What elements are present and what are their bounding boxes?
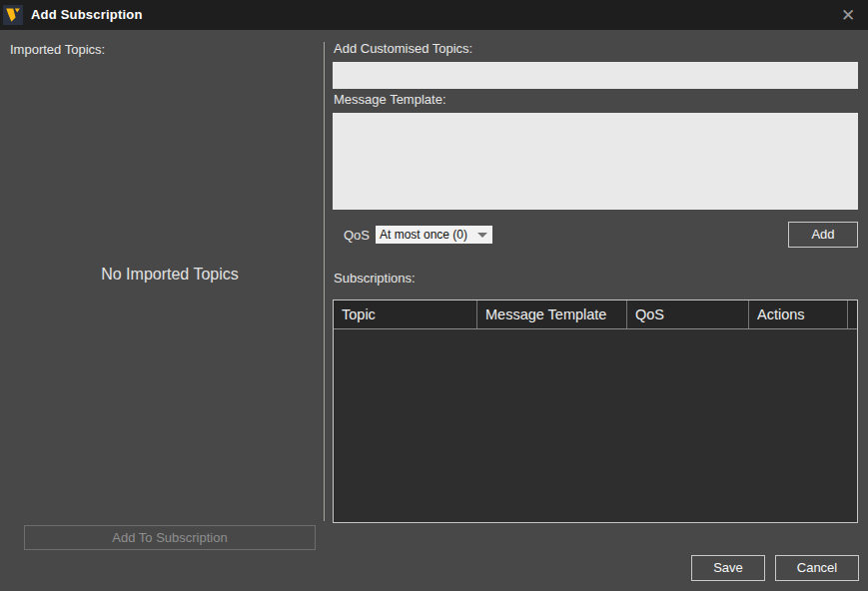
subscriptions-label: Subscriptions: xyxy=(334,271,416,286)
no-imported-topics-text: No Imported Topics xyxy=(24,266,316,284)
table-header-message-template[interactable]: Message Template xyxy=(477,300,627,328)
imported-topics-label: Imported Topics: xyxy=(10,42,105,57)
titlebar: Add Subscription ✕ xyxy=(0,0,868,30)
save-button[interactable]: Save xyxy=(691,555,765,581)
qos-dropdown[interactable]: At most once (0) xyxy=(376,226,492,244)
cancel-button[interactable]: Cancel xyxy=(775,555,859,581)
add-subscription-dialog: Add Subscription ✕ Imported Topics: No I… xyxy=(0,0,868,591)
table-header-qos[interactable]: QoS xyxy=(627,300,749,328)
add-customised-topics-label: Add Customised Topics: xyxy=(334,41,472,56)
add-to-subscription-button[interactable]: Add To Subscription xyxy=(24,525,316,550)
chevron-down-icon xyxy=(477,233,487,238)
app-logo-icon xyxy=(3,5,23,25)
close-icon[interactable]: ✕ xyxy=(836,3,860,27)
panel-divider xyxy=(324,42,325,521)
message-template-input[interactable] xyxy=(333,113,858,210)
subscriptions-table: TopicMessage TemplateQoSActions xyxy=(333,299,858,523)
add-button[interactable]: Add xyxy=(788,222,858,248)
qos-selected-value: At most once (0) xyxy=(380,226,467,244)
table-header-topic[interactable]: Topic xyxy=(334,300,477,328)
table-header-actions[interactable]: Actions xyxy=(749,300,848,328)
message-template-label: Message Template: xyxy=(334,92,446,107)
table-header-filler xyxy=(848,300,857,328)
qos-label: QoS xyxy=(344,228,370,243)
subscriptions-table-body xyxy=(334,330,857,522)
subscriptions-table-header: TopicMessage TemplateQoSActions xyxy=(334,300,857,329)
customised-topic-input[interactable] xyxy=(333,62,858,89)
window-title: Add Subscription xyxy=(31,0,143,30)
